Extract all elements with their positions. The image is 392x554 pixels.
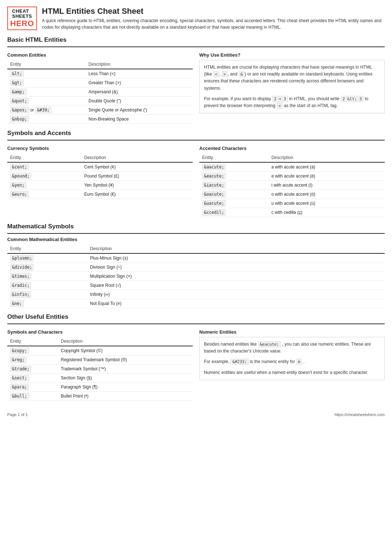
sc-col-desc: Description <box>58 337 193 346</box>
desc-cell: a with acute accent (á) <box>269 162 385 172</box>
logo-hero: HERO <box>10 19 34 28</box>
numeric-box: Besides named entities like &eacute; , y… <box>199 337 385 380</box>
currency-col-desc: Description <box>81 153 193 162</box>
entity-cell: &lt; <box>7 69 86 78</box>
symbols-section-title: Symbols and Accents <box>7 130 385 138</box>
desc-cell: Euro Symbol (€) <box>81 190 193 199</box>
desc-cell: i with acute accent (í) <box>269 181 385 190</box>
entity-cell: &times; <box>7 272 87 281</box>
desc-cell: Single Quote or Apostrophe (') <box>86 106 193 115</box>
accented-col: Accented Characters Entity Description &… <box>199 143 385 218</box>
symbols-chars-subtitle: Symbols and Characters <box>7 329 193 335</box>
table-row: &nbsp; Non-Breaking Space <box>7 115 193 124</box>
table-row: &plusmn; Plus-Minus Sign (±) <box>7 253 385 263</box>
entity-cell: &aacute; <box>199 162 269 172</box>
math-col-desc: Description <box>87 244 385 253</box>
entity-cell: &quot; <box>7 97 86 106</box>
table-row: &aacute; a with acute accent (á) <box>199 162 385 172</box>
symbols-chars-col: Symbols and Characters Entity Descriptio… <box>7 326 193 402</box>
table-row: &euro; Euro Symbol (€) <box>7 190 193 199</box>
entity-cell: &nbsp; <box>7 115 86 124</box>
symbols-chars-table: Entity Description &copy; Copyright Symb… <box>7 337 193 401</box>
logo-cheat-sheets: CHEATSHEETS <box>12 9 32 19</box>
common-entities-col: Common Entities Entity Description &lt; … <box>7 49 193 125</box>
basic-section-title: Basic HTML Entities <box>7 36 385 44</box>
basic-section: Basic HTML Entities Common Entities Enti… <box>7 36 385 125</box>
currency-col: Currency Symbols Entity Description &cen… <box>7 143 193 218</box>
other-section-title: Other Useful Entities <box>7 313 385 321</box>
desc-cell: Yen Symbol (¥) <box>81 181 193 190</box>
entity-cell: &sect; <box>7 374 58 383</box>
desc-cell: Section Sign (§) <box>58 374 193 383</box>
entity-cell: &para; <box>7 383 58 392</box>
basic-two-col: Common Entities Entity Description &lt; … <box>7 49 385 125</box>
numeric-para-3: Numeric entities are useful when a named… <box>204 369 380 376</box>
symbols-two-col: Currency Symbols Entity Description &cen… <box>7 143 385 218</box>
common-col-entity: Entity <box>7 60 86 69</box>
numeric-para-2: For example, &#233; is the numeric entit… <box>204 358 380 365</box>
desc-cell: u with acute accent (ú) <box>269 199 385 208</box>
desc-cell: Greater Than (>) <box>86 78 193 87</box>
table-row: &cent; Cent Symbol (¢) <box>7 162 193 172</box>
header-text: HTML Entities Cheat Sheet A quick refere… <box>42 7 385 30</box>
footer-url[interactable]: https://cheatsheetshero.com <box>335 412 385 417</box>
entity-cell: &copy; <box>7 346 58 355</box>
why-para-1: HTML entities are crucial for displaying… <box>204 64 380 92</box>
desc-cell: Double Quote (") <box>86 97 193 106</box>
currency-table: Entity Description &cent; Cent Symbol (¢… <box>7 153 193 199</box>
entity-cell: &ne; <box>7 299 87 308</box>
symbols-section: Symbols and Accents Currency Symbols Ent… <box>7 130 385 218</box>
table-row: &iacute; i with acute accent (í) <box>199 181 385 190</box>
table-row: &uacute; u with acute accent (ú) <box>199 199 385 208</box>
math-col-entity: Entity <box>7 244 87 253</box>
desc-cell: Less Than (<) <box>86 69 193 78</box>
table-row: &sect; Section Sign (§) <box>7 374 193 383</box>
desc-cell: o with acute accent (ó) <box>269 190 385 199</box>
entity-cell: &pound; <box>7 172 81 181</box>
table-row: &trade; Trademark Symbol (™) <box>7 364 193 374</box>
entity-cell: &ccedil; <box>199 208 269 217</box>
table-row: &amp; Ampersand (&) <box>7 87 193 97</box>
entity-cell: &bull; <box>7 392 58 401</box>
why-entities-box: HTML entities are crucial for displaying… <box>199 60 385 113</box>
entity-cell: &gt; <box>7 78 86 87</box>
why-para-2: For example, if you want to display 2 < … <box>204 95 380 109</box>
table-row: &bull; Bullet Point (•) <box>7 392 193 401</box>
table-row: &eacute; e with acute accent (é) <box>199 172 385 181</box>
entity-cell: &eacute; <box>199 172 269 181</box>
entity-cell: &amp; <box>7 87 86 97</box>
entity-cell: &iacute; <box>199 181 269 190</box>
table-row: &para; Paragraph Sign (¶) <box>7 383 193 392</box>
desc-cell: Copyright Symbol (©) <box>58 346 193 355</box>
math-table: Entity Description &plusmn; Plus-Minus S… <box>7 244 385 308</box>
entity-cell: &oacute; <box>199 190 269 199</box>
table-row: &quot; Double Quote (") <box>7 97 193 106</box>
common-entities-table: Entity Description &lt; Less Than (<) &g… <box>7 60 193 124</box>
other-two-col: Symbols and Characters Entity Descriptio… <box>7 326 385 402</box>
numeric-subtitle: Numeric Entities <box>199 329 385 335</box>
entity-cell: &plusmn; <box>7 253 87 263</box>
desc-cell: Not Equal To (≠) <box>87 299 385 308</box>
page-title: HTML Entities Cheat Sheet <box>42 7 385 16</box>
table-row: &times; Multiplication Sign (×) <box>7 272 385 281</box>
entity-cell: &euro; <box>7 190 81 199</box>
accented-subtitle: Accented Characters <box>199 146 385 151</box>
table-row: &gt; Greater Than (>) <box>7 78 193 87</box>
currency-subtitle: Currency Symbols <box>7 146 193 151</box>
desc-cell: Infinity (∞) <box>87 290 385 299</box>
math-section-title: Mathematical Symbols <box>7 223 385 231</box>
desc-cell: Trademark Symbol (™) <box>58 364 193 374</box>
math-subtitle: Common Mathematical Entities <box>7 237 385 242</box>
entity-cell: &apos; or &#39; <box>7 106 86 115</box>
table-row: &copy; Copyright Symbol (©) <box>7 346 193 355</box>
table-row: &ne; Not Equal To (≠) <box>7 299 385 308</box>
table-row: &radic; Square Root (√) <box>7 281 385 290</box>
table-row: &yen; Yen Symbol (¥) <box>7 181 193 190</box>
page-header: CHEATSHEETS HERO HTML Entities Cheat She… <box>7 7 385 30</box>
numeric-entities-col: Numeric Entities Besides named entities … <box>199 326 385 402</box>
why-entities-subtitle: Why Use Entities? <box>199 52 385 58</box>
other-section: Other Useful Entities Symbols and Charac… <box>7 313 385 402</box>
entity-cell: &reg; <box>7 355 58 364</box>
why-entities-col: Why Use Entities? HTML entities are cruc… <box>199 49 385 125</box>
table-row: &oacute; o with acute accent (ó) <box>199 190 385 199</box>
